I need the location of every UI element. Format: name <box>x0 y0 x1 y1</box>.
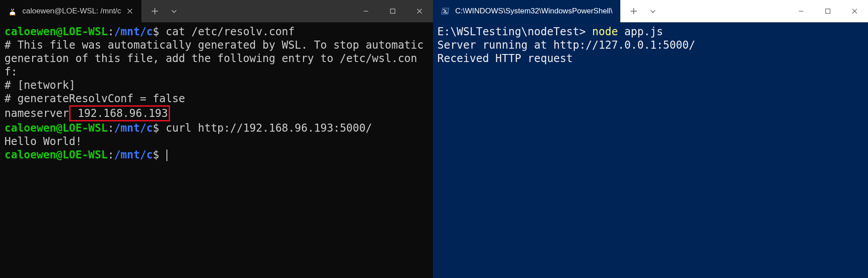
prompt-user: caloewen@LOE-WSL <box>4 122 108 134</box>
terminal-output[interactable]: caloewen@LOE-WSL:/mnt/c$ cat /etc/resolv… <box>0 22 433 278</box>
tab-title: C:\WINDOWS\System32\WindowsPowerShell\v1… <box>455 7 612 16</box>
window-controls <box>788 0 868 22</box>
output-line: Server running at http://127.0.0.1:5000/ <box>437 39 695 51</box>
prompt-user: caloewen@LOE-WSL <box>4 149 108 161</box>
close-button[interactable] <box>841 0 868 22</box>
titlebar: C:\WINDOWS\System32\WindowsPowerShell\v1… <box>433 0 868 22</box>
command-text: node <box>592 25 618 38</box>
minimize-icon <box>363 8 369 14</box>
minimize-button[interactable] <box>353 0 379 22</box>
cursor <box>166 149 167 161</box>
close-button[interactable] <box>406 0 433 22</box>
output-line: Received HTTP request <box>437 52 573 65</box>
prompt-path: /mnt/c <box>114 149 153 161</box>
newtab-area <box>141 0 182 22</box>
svg-point-5 <box>10 14 12 16</box>
command-text: curl http://192.168.96.193:5000/ <box>166 122 372 134</box>
maximize-icon <box>390 8 396 14</box>
maximize-icon <box>825 8 831 14</box>
prompt-path: E:\WSLTesting\nodeTest> <box>437 25 592 38</box>
maximize-button[interactable] <box>379 0 406 22</box>
plus-icon <box>151 8 158 15</box>
tab-title: caloewen@LOE-WSL: /mnt/c <box>22 7 121 16</box>
svg-point-4 <box>12 10 13 12</box>
output-line: Hello World! <box>4 135 82 148</box>
svg-point-3 <box>13 9 14 10</box>
highlighted-ip: 192.168.96.193 <box>69 105 170 121</box>
output-line: # [network] <box>4 79 75 91</box>
svg-rect-7 <box>390 9 395 13</box>
svg-point-6 <box>13 14 16 16</box>
new-tab-button[interactable] <box>624 0 644 22</box>
chevron-down-icon <box>650 8 656 14</box>
prompt-path: /mnt/c <box>114 122 153 134</box>
output-line: # This file was automatically generated … <box>4 39 430 78</box>
window-controls <box>353 0 433 22</box>
output-line: # generateResolvConf = false <box>4 92 185 105</box>
close-icon <box>851 8 858 14</box>
chevron-down-icon <box>171 8 177 14</box>
terminal-output[interactable]: E:\WSLTesting\nodeTest> node app.js Serv… <box>433 22 868 278</box>
svg-point-2 <box>11 9 12 10</box>
tab-dropdown-button[interactable] <box>645 0 660 22</box>
svg-rect-8 <box>826 9 830 13</box>
prompt-user: caloewen@LOE-WSL <box>4 25 108 38</box>
minimize-icon <box>798 8 804 14</box>
tux-icon <box>8 7 17 16</box>
maximize-button[interactable] <box>814 0 841 22</box>
newtab-area <box>620 0 660 22</box>
tab-wsl[interactable]: caloewen@LOE-WSL: /mnt/c <box>0 0 141 22</box>
plus-icon <box>630 8 637 15</box>
wsl-terminal-window: caloewen@LOE-WSL: /mnt/c caloew <box>0 0 433 278</box>
new-tab-button[interactable] <box>145 0 165 22</box>
command-text: cat /etc/resolv.conf <box>166 25 295 38</box>
minimize-button[interactable] <box>788 0 814 22</box>
tab-powershell[interactable]: C:\WINDOWS\System32\WindowsPowerShell\v1… <box>433 0 620 22</box>
close-icon <box>416 8 423 14</box>
tab-dropdown-button[interactable] <box>166 0 182 22</box>
prompt-path: /mnt/c <box>114 25 153 38</box>
close-icon[interactable] <box>126 8 133 15</box>
titlebar: caloewen@LOE-WSL: /mnt/c <box>0 0 433 22</box>
command-arg: app.js <box>618 25 663 38</box>
powershell-terminal-window: C:\WINDOWS\System32\WindowsPowerShell\v1… <box>433 0 868 278</box>
powershell-icon <box>441 7 450 16</box>
output-line: nameserver <box>4 107 69 120</box>
